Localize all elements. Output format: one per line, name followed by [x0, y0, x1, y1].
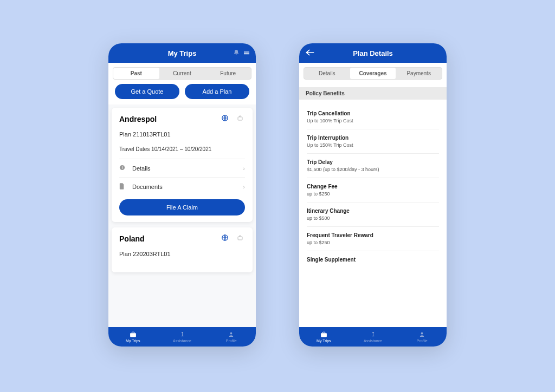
section-header: Policy Benefits	[299, 87, 447, 100]
trip-card-header: Andrespol	[119, 114, 245, 123]
briefcase-icon	[320, 331, 327, 338]
coverages-content: Policy Benefits Trip Cancellation Up to …	[299, 84, 447, 327]
page-title: Plan Details	[353, 49, 393, 57]
benefit-item: Trip Interruption Up to 150% Trip Cost	[307, 129, 439, 154]
svg-rect-6	[238, 237, 242, 240]
trips-segment-control: Past Current Future	[113, 67, 251, 80]
page-title: My Trips	[168, 49, 197, 57]
documents-link[interactable]: Documents ›	[119, 177, 245, 196]
plan-segment-control: Details Coverages Payments	[304, 67, 442, 80]
plan-id: Plan 220203RTL01	[119, 251, 245, 257]
svg-rect-3	[122, 167, 122, 169]
phone-my-trips: My Trips Past Current Future Get a Quote…	[108, 43, 256, 347]
benefit-item: Frequent Traveler Reward up to $250	[307, 227, 439, 251]
benefit-title: Trip Delay	[307, 159, 439, 165]
file-claim-button[interactable]: File A Claim	[119, 199, 245, 215]
segment-past[interactable]: Past	[113, 68, 159, 79]
benefit-description: Up to 100% Trip Cost	[307, 118, 439, 123]
plan-id: Plan 211013RTL01	[119, 131, 245, 138]
benefit-description: Up to 150% Trip Cost	[307, 142, 439, 148]
briefcase-icon	[130, 331, 137, 338]
profile-icon	[228, 331, 234, 338]
travel-dates: Travel Dates 10/14/2021 – 10/20/2021	[119, 146, 245, 152]
benefit-description: $1,500 (up to $200/day - 3 hours)	[307, 167, 439, 172]
segment-coverages[interactable]: Coverages	[350, 68, 396, 79]
tab-label: Assistance	[173, 339, 191, 343]
benefit-title: Single Supplement	[307, 257, 439, 263]
segment-details[interactable]: Details	[304, 68, 350, 79]
tab-label: Assistance	[364, 339, 382, 343]
suitcase-icon[interactable]	[235, 115, 245, 123]
tab-label: Profile	[417, 339, 428, 343]
action-pills: Get a Quote Add a Plan	[108, 84, 256, 104]
benefits-list: Trip Cancellation Up to 100% Trip Cost T…	[299, 105, 447, 270]
bell-icon[interactable]	[233, 49, 240, 57]
hamburger-icon[interactable]	[244, 51, 249, 56]
tab-profile[interactable]: Profile	[397, 327, 447, 347]
benefit-title: Itinerary Change	[307, 208, 439, 214]
assistance-icon	[179, 331, 185, 338]
benefit-item: Single Supplement	[307, 251, 439, 270]
svg-rect-12	[321, 333, 327, 337]
tab-assistance[interactable]: Assistance	[158, 327, 207, 347]
tab-label: My Trips	[126, 339, 140, 343]
trip-title: Andrespol	[119, 115, 215, 123]
tab-label: My Trips	[317, 339, 331, 343]
svg-rect-9	[182, 333, 183, 336]
details-link[interactable]: Details ›	[119, 159, 245, 177]
trip-card: Poland Plan 220203RTL01	[112, 227, 253, 272]
benefit-item: Trip Cancellation Up to 100% Trip Cost	[307, 105, 439, 129]
benefit-title: Change Fee	[307, 184, 439, 190]
benefit-title: Trip Interruption	[307, 135, 439, 141]
svg-rect-10	[181, 336, 183, 336]
bottom-tabbar: My Trips Assistance Profile	[108, 327, 256, 347]
suitcase-icon[interactable]	[235, 234, 245, 243]
trip-title: Poland	[119, 234, 215, 243]
chevron-right-icon: ›	[243, 165, 245, 172]
add-plan-button[interactable]: Add a Plan	[185, 84, 249, 99]
svg-rect-7	[130, 333, 136, 337]
svg-rect-1	[238, 117, 242, 120]
segment-future[interactable]: Future	[205, 68, 251, 79]
benefit-description: up to $250	[307, 240, 439, 245]
tab-profile[interactable]: Profile	[206, 327, 256, 347]
globe-icon[interactable]	[220, 234, 230, 243]
tab-label: Profile	[226, 339, 237, 343]
benefit-description: up to $250	[307, 191, 439, 197]
segment-payments[interactable]: Payments	[396, 68, 442, 79]
benefit-description: up to $500	[307, 215, 439, 221]
assistance-icon	[370, 331, 376, 338]
info-icon	[119, 165, 129, 172]
segment-current[interactable]: Current	[159, 68, 205, 79]
svg-point-4	[122, 166, 122, 167]
trip-card-header: Poland	[119, 234, 245, 243]
tab-my-trips[interactable]: My Trips	[108, 327, 158, 347]
globe-icon[interactable]	[220, 114, 230, 123]
chevron-right-icon: ›	[243, 184, 245, 190]
benefit-title: Trip Cancellation	[307, 110, 439, 116]
phone-plan-details: Plan Details Details Coverages Payments …	[299, 43, 447, 347]
details-label: Details	[129, 165, 243, 172]
back-arrow-icon[interactable]	[306, 48, 314, 58]
trip-card: Andrespol Plan 211013RTL01 Travel Dates …	[112, 108, 253, 222]
benefit-item: Change Fee up to $250	[307, 178, 439, 202]
app-header: My Trips	[108, 43, 256, 63]
profile-icon	[419, 331, 425, 338]
get-quote-button[interactable]: Get a Quote	[115, 84, 179, 99]
svg-rect-15	[372, 336, 374, 336]
document-icon	[119, 183, 129, 191]
svg-point-16	[421, 332, 423, 334]
svg-point-11	[230, 332, 233, 334]
benefit-item: Itinerary Change up to $500	[307, 202, 439, 227]
benefit-item: Trip Delay $1,500 (up to $200/day - 3 ho…	[307, 154, 439, 178]
bottom-tabbar: My Trips Assistance Profile	[299, 327, 447, 347]
svg-rect-14	[373, 333, 373, 336]
trips-list: Andrespol Plan 211013RTL01 Travel Dates …	[108, 104, 256, 327]
app-header: Plan Details	[299, 43, 447, 63]
svg-point-13	[372, 331, 374, 333]
svg-point-8	[182, 331, 183, 333]
documents-label: Documents	[129, 184, 243, 190]
tab-my-trips[interactable]: My Trips	[299, 327, 349, 347]
benefit-title: Frequent Traveler Reward	[307, 232, 439, 238]
tab-assistance[interactable]: Assistance	[349, 327, 398, 347]
